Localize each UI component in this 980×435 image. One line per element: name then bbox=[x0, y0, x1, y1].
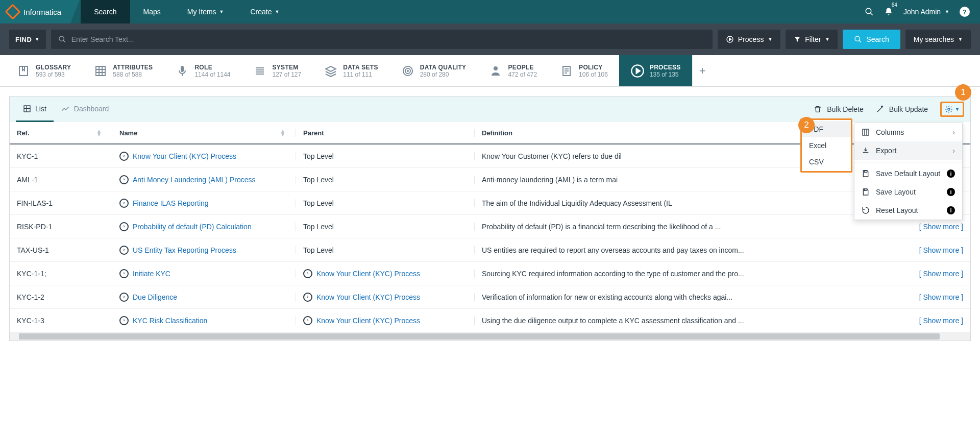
add-category-button[interactable]: + bbox=[692, 55, 713, 86]
svg-rect-10 bbox=[96, 66, 105, 76]
grid-icon bbox=[93, 64, 108, 78]
nav-tab-maps[interactable]: Maps bbox=[130, 0, 174, 23]
show-more-link[interactable]: [ Show more ] bbox=[919, 223, 963, 231]
columns-icon bbox=[862, 128, 870, 136]
menu-export[interactable]: Export › bbox=[854, 141, 962, 160]
export-csv[interactable]: CSV bbox=[802, 154, 851, 170]
show-more-link[interactable]: [ Show more ] bbox=[919, 270, 963, 278]
filter-button[interactable]: Filter▼ bbox=[786, 30, 838, 49]
menu-reset-layout[interactable]: Reset Layout i bbox=[854, 201, 962, 220]
nav-tab-myitems[interactable]: My Items▼ bbox=[174, 0, 237, 23]
search-button[interactable]: Search bbox=[843, 30, 900, 49]
save-icon bbox=[862, 188, 870, 196]
user-menu[interactable]: John Admin▼ bbox=[903, 8, 949, 16]
category-tab-glossary[interactable]: GLOSSARY593 of 593 bbox=[5, 55, 82, 86]
export-excel[interactable]: Excel bbox=[802, 137, 851, 154]
svg-rect-39 bbox=[864, 171, 867, 172]
chevron-right-icon: › bbox=[952, 128, 955, 136]
bulk-update-button[interactable]: Bulk Update bbox=[876, 105, 928, 113]
name-link[interactable]: Anti Money Laundering (AML) Process bbox=[119, 175, 255, 184]
play-circle-icon bbox=[726, 35, 734, 43]
my-searches-button[interactable]: My searches▼ bbox=[905, 30, 971, 49]
notifications-icon[interactable]: 64 bbox=[884, 7, 893, 16]
name-link[interactable]: Due Diligence bbox=[119, 293, 177, 302]
name-link[interactable]: Probability of default (PD) Calculation bbox=[119, 222, 252, 231]
search-icon[interactable] bbox=[865, 7, 874, 16]
name-link[interactable]: Finance ILAS Reporting bbox=[119, 199, 209, 208]
export-icon bbox=[862, 147, 870, 155]
chevron-down-icon: ▼ bbox=[219, 9, 224, 14]
menu-save-default[interactable]: Save Default Layout i bbox=[854, 164, 962, 183]
chevron-circle-icon bbox=[303, 293, 312, 302]
svg-point-0 bbox=[866, 8, 871, 14]
chevron-right-icon: › bbox=[952, 147, 955, 155]
help-icon[interactable]: ? bbox=[960, 7, 970, 17]
save-icon bbox=[862, 170, 870, 178]
name-link[interactable]: Know Your Client (KYC) Process bbox=[119, 152, 236, 161]
category-tab-people[interactable]: PEOPLE472 of 472 bbox=[477, 55, 548, 86]
info-icon: i bbox=[947, 170, 955, 178]
nav-tab-search[interactable]: Search bbox=[81, 0, 130, 23]
category-tab-system[interactable]: SYSTEM127 of 127 bbox=[241, 55, 312, 86]
table-row: FIN-ILAS-1Finance ILAS ReportingTop Leve… bbox=[10, 191, 970, 215]
view-dashboard-button[interactable]: Dashboard bbox=[54, 96, 116, 122]
chevron-circle-icon bbox=[119, 246, 129, 255]
category-tab-role[interactable]: ROLE1144 of 1144 bbox=[164, 55, 241, 86]
parent-link[interactable]: Know Your Client (KYC) Process bbox=[303, 293, 420, 302]
doc-icon bbox=[559, 64, 574, 78]
logo-icon bbox=[5, 4, 20, 19]
view-list-button[interactable]: List bbox=[16, 96, 54, 122]
top-nav: Informatica Search Maps My Items▼ Create… bbox=[0, 0, 980, 23]
search-input[interactable] bbox=[71, 35, 705, 43]
svg-marker-20 bbox=[326, 66, 336, 71]
category-tab-attributes[interactable]: ATTRIBUTES588 of 588 bbox=[82, 55, 164, 86]
svg-line-8 bbox=[859, 40, 861, 42]
col-name[interactable]: Name▲▼ bbox=[112, 129, 296, 137]
search-icon bbox=[58, 35, 66, 43]
name-link[interactable]: US Entity Tax Reporting Process bbox=[119, 246, 236, 255]
bulk-delete-button[interactable]: Bulk Delete bbox=[814, 105, 864, 113]
category-tab-data-quality[interactable]: DATA QUALITY280 of 280 bbox=[389, 55, 478, 86]
tutorial-marker-1: 1 bbox=[955, 84, 971, 101]
parent-link[interactable]: Know Your Client (KYC) Process bbox=[303, 269, 420, 278]
category-tab-policy[interactable]: POLICY106 of 106 bbox=[548, 55, 619, 86]
svg-line-3 bbox=[63, 40, 65, 42]
trash-icon bbox=[814, 105, 822, 113]
show-more-link[interactable]: [ Show more ] bbox=[919, 317, 963, 325]
show-more-link[interactable]: [ Show more ] bbox=[919, 246, 963, 254]
category-tab-data-sets[interactable]: DATA SETS111 of 111 bbox=[312, 55, 389, 86]
menu-divider bbox=[854, 162, 962, 162]
horizontal-scrollbar[interactable] bbox=[10, 332, 970, 341]
gear-icon bbox=[945, 105, 953, 113]
chevron-down-icon: ▼ bbox=[768, 37, 772, 42]
chevron-down-icon: ▼ bbox=[945, 9, 949, 14]
find-button[interactable]: FIND▼ bbox=[9, 30, 46, 49]
nav-tabs: Search Maps My Items▼ Create▼ bbox=[81, 0, 292, 23]
col-ref[interactable]: Ref.▲▼ bbox=[10, 129, 112, 137]
svg-rect-15 bbox=[181, 66, 184, 72]
chevron-down-icon: ▼ bbox=[825, 37, 829, 42]
svg-line-34 bbox=[877, 107, 881, 112]
chevron-circle-icon bbox=[119, 316, 129, 325]
nav-tab-create[interactable]: Create▼ bbox=[237, 0, 293, 23]
svg-point-7 bbox=[855, 36, 860, 41]
parent-link[interactable]: Know Your Client (KYC) Process bbox=[303, 316, 420, 325]
chevron-circle-icon bbox=[119, 152, 129, 161]
info-icon: i bbox=[947, 188, 955, 196]
menu-columns[interactable]: Columns › bbox=[854, 123, 962, 141]
category-tab-process[interactable]: PROCESS135 of 135 bbox=[619, 55, 692, 86]
chevron-down-icon: ▼ bbox=[955, 107, 960, 112]
settings-button[interactable]: ▼ Columns › Export › bbox=[940, 102, 964, 117]
process-filter-button[interactable]: Process▼ bbox=[718, 30, 781, 49]
menu-save-layout[interactable]: Save Layout i bbox=[854, 183, 962, 201]
tutorial-marker-2: 2 bbox=[798, 117, 815, 133]
table-row: KYC-1-1;Initiate KYCKnow Your Client (KY… bbox=[10, 262, 970, 285]
show-more-link[interactable]: [ Show more ] bbox=[919, 293, 963, 301]
table-row: TAX-US-1US Entity Tax Reporting ProcessT… bbox=[10, 238, 970, 262]
svg-rect-40 bbox=[864, 189, 867, 190]
notification-count: 64 bbox=[892, 2, 897, 8]
name-link[interactable]: Initiate KYC bbox=[119, 269, 170, 278]
name-link[interactable]: KYC Risk Classification bbox=[119, 316, 207, 325]
col-parent[interactable]: Parent bbox=[296, 129, 474, 137]
brand-logo[interactable]: Informatica bbox=[0, 0, 70, 23]
